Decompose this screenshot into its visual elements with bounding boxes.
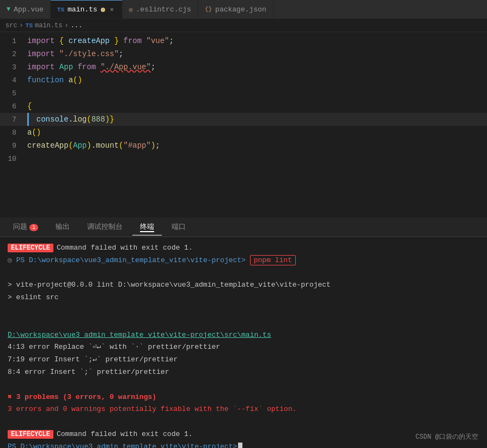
terminal-prompt-2: PS D:\workspace\vue3_admin_template_vite… (8, 443, 237, 448)
line-num-8: 8 (0, 129, 27, 137)
code-line-8: 8 a() (0, 126, 487, 139)
line-content-3: import App from "./App.vue"; (27, 63, 155, 71)
code-line-5: 5 (0, 87, 487, 100)
tab-problems-label: 问题 (13, 223, 27, 231)
vite-project-line-text: > vite-project@0.0.0 lint D:\workspace\v… (8, 281, 331, 289)
terminal-error-2: 7:19 error Insert `;↵` prettier/prettier (8, 354, 479, 366)
line-content-7: console.log(888)} (27, 115, 114, 124)
line-num-9: 9 (0, 142, 27, 150)
pnpm-lint-cmd: pnpm lint (250, 255, 296, 265)
tab-label-eslintrc: .eslintrc.cjs (136, 5, 191, 14)
error-3-text: 8:4 error Insert `;` prettier/prettier (8, 368, 169, 376)
terminal-problems-summary: ✖ 3 problems (3 errors, 0 warnings) (8, 392, 479, 403)
code-line-4: 4 function a() (0, 74, 487, 87)
line-num-1: 1 (0, 37, 27, 45)
terminal-error-3: 8:4 error Insert `;` prettier/prettier (8, 367, 479, 378)
tab-bar: ▼ App.vue TS main.ts ✕ ◎ .eslintrc.cjs {… (0, 0, 487, 19)
app-container: ▼ App.vue TS main.ts ✕ ◎ .eslintrc.cjs {… (0, 0, 487, 448)
error-1-text: 4:13 error Replace `⏎↵` with `·` prettie… (8, 343, 220, 351)
tab-output-label: 输出 (56, 223, 70, 231)
breadcrumb-src: src (5, 22, 17, 29)
tab-package-json[interactable]: {} package.json (198, 0, 273, 19)
vue-icon: ▼ (7, 5, 10, 13)
terminal-cursor (238, 443, 242, 448)
line-content-9: createApp(App).mount("#app"); (27, 141, 160, 150)
terminal-content[interactable]: ELIFECYCLECommand failed with exit code … (0, 237, 487, 448)
tab-label-package-json: package.json (215, 5, 266, 14)
tab-app-vue[interactable]: ▼ App.vue (0, 0, 51, 19)
tab-debug-label: 调试控制台 (87, 223, 123, 231)
elifecycle-badge-1: ELIFECYCLE (8, 244, 53, 252)
tab-terminal-label: 终端 (140, 223, 154, 232)
cmd-failed-2: Command failed with exit code 1. (57, 430, 193, 438)
tab-label-main-ts: main.ts (68, 5, 98, 14)
fix-hint-text: 3 errors and 0 warnings potentially fixa… (8, 405, 297, 413)
tab-port-label: 端口 (172, 223, 186, 231)
panel-tabs: 问题1 输出 调试控制台 终端 端口 (0, 217, 487, 237)
code-lines: 1 import { createApp } from "vue"; 2 imp… (0, 32, 487, 167)
terminal-blank-3 (8, 317, 479, 329)
bottom-panel: 问题1 输出 调试控制台 终端 端口 ELIFECYCLECommand fai… (0, 217, 487, 448)
error-2-text: 7:19 error Insert `;↵` prettier/prettier (8, 355, 178, 364)
line-content-8: a() (27, 128, 41, 137)
watermark-text: CSDN @口袋の的天空 (416, 433, 478, 441)
tab-eslintrc[interactable]: ◎ .eslintrc.cjs (123, 0, 198, 19)
line-num-2: 2 (0, 50, 27, 58)
terminal-elifecycle-1: ELIFECYCLECommand failed with exit code … (8, 243, 479, 254)
terminal-blank-4 (8, 379, 479, 391)
tab-problems[interactable]: 问题1 (5, 219, 46, 235)
cmd-failed-1: Command failed with exit code 1. (57, 244, 193, 252)
watermark: CSDN @口袋の的天空 (416, 432, 478, 441)
terminal-prompt-1: PS D:\workspace\vue3_admin_template_vite… (16, 256, 246, 264)
tab-terminal[interactable]: 终端 (132, 219, 162, 235)
terminal-prompt-line-2: PS D:\workspace\vue3_admin_template_vite… (8, 441, 479, 448)
terminal-vite-line: > vite-project@0.0.0 lint D:\workspace\v… (8, 280, 479, 291)
json-icon: {} (205, 6, 212, 13)
breadcrumb-sep2: › (64, 22, 68, 29)
code-line-7: 7 console.log(888)} (0, 113, 487, 126)
code-line-1: 1 import { createApp } from "vue"; (0, 34, 487, 47)
eslint-line-text: > eslint src (8, 293, 59, 301)
terminal-error-1: 4:13 error Replace `⏎↵` with `·` prettie… (8, 342, 479, 353)
code-line-9: 9 createApp(App).mount("#app"); (0, 139, 487, 152)
file-path-link[interactable]: D:\workspace\vue3_admin_template_vite\vi… (8, 331, 271, 339)
tab-modified-dot (101, 8, 105, 12)
terminal-blank-2 (8, 305, 479, 316)
problems-badge: 1 (29, 224, 38, 231)
tab-debug-console[interactable]: 调试控制台 (80, 219, 130, 235)
breadcrumb-sep1: › (20, 22, 23, 29)
line-num-4: 4 (0, 76, 27, 84)
line-content-6: { (27, 102, 32, 111)
tab-label-app-vue: App.vue (14, 5, 44, 14)
line-num-10: 10 (0, 155, 27, 163)
line-content-2: import "./style.css"; (27, 50, 123, 58)
breadcrumb-main-ts: main.ts (35, 22, 62, 29)
terminal-prompt-line-1: ◎ PS D:\workspace\vue3_admin_template_vi… (8, 255, 479, 267)
ts-icon: TS (57, 7, 64, 13)
terminal-file-path: D:\workspace\vue3_admin_template_vite\vi… (8, 330, 479, 341)
line-num-7: 7 (0, 116, 27, 124)
code-editor: 1 import { createApp } from "vue"; 2 imp… (0, 32, 487, 217)
line-content-4: function a() (27, 76, 82, 84)
code-line-10: 10 (0, 152, 487, 165)
elifecycle-badge-2: ELIFECYCLE (8, 430, 53, 439)
code-line-6: 6 { (0, 100, 487, 113)
tab-port[interactable]: 端口 (164, 219, 193, 235)
breadcrumb: src › TS main.ts › ... (0, 19, 487, 32)
tab-main-ts[interactable]: TS main.ts ✕ (51, 0, 123, 19)
line-num-3: 3 (0, 63, 27, 71)
line-num-6: 6 (0, 102, 27, 111)
code-line-3: 3 import App from "./App.vue"; (0, 60, 487, 74)
tab-output[interactable]: 输出 (48, 219, 77, 235)
eslint-icon: ◎ (129, 6, 133, 13)
line-num-5: 5 (0, 89, 27, 98)
breadcrumb-ts-icon: TS (26, 22, 33, 29)
problems-summary-text: ✖ 3 problems (3 errors, 0 warnings) (8, 393, 156, 401)
terminal-fix-hint: 3 errors and 0 warnings potentially fixa… (8, 404, 479, 415)
tab-close-main-ts[interactable]: ✕ (108, 4, 115, 15)
terminal-blank-5 (8, 416, 479, 428)
terminal-eslint-line: > eslint src (8, 292, 479, 304)
circle-icon: ◎ (8, 256, 16, 264)
line-content-1: import { createApp } from "vue"; (27, 37, 174, 45)
breadcrumb-dots: ... (71, 22, 83, 29)
